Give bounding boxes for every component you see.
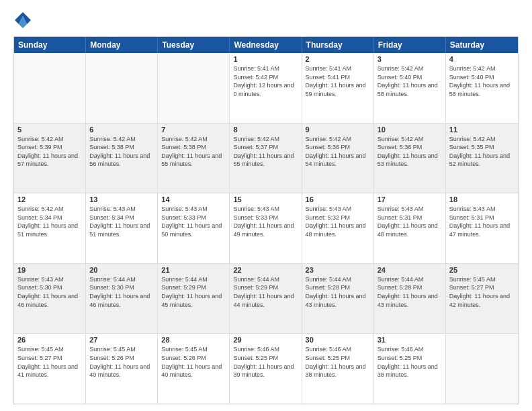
day-info: Sunrise: 5:43 AM Sunset: 5:32 PM Dayligh… — [306, 205, 370, 238]
day-cell: 9Sunrise: 5:42 AM Sunset: 5:36 PM Daylig… — [302, 124, 374, 193]
day-info: Sunrise: 5:43 AM Sunset: 5:31 PM Dayligh… — [378, 205, 442, 238]
day-info: Sunrise: 5:44 AM Sunset: 5:29 PM Dayligh… — [233, 275, 298, 309]
day-number: 10 — [378, 126, 442, 134]
day-number: 22 — [233, 266, 298, 274]
day-cell: 1Sunrise: 5:41 AM Sunset: 5:42 PM Daylig… — [230, 53, 302, 123]
day-number: 29 — [233, 336, 298, 344]
day-cell: 2Sunrise: 5:41 AM Sunset: 5:41 PM Daylig… — [302, 53, 374, 123]
day-number: 28 — [161, 336, 226, 344]
day-cell — [14, 53, 86, 123]
day-number: 31 — [378, 336, 442, 344]
day-number: 9 — [306, 126, 370, 134]
day-info: Sunrise: 5:42 AM Sunset: 5:37 PM Dayligh… — [233, 135, 298, 169]
day-cell: 26Sunrise: 5:45 AM Sunset: 5:27 PM Dayli… — [14, 334, 86, 404]
day-info: Sunrise: 5:43 AM Sunset: 5:34 PM Dayligh… — [89, 205, 154, 238]
day-number: 26 — [17, 336, 82, 344]
day-cell: 16Sunrise: 5:43 AM Sunset: 5:32 PM Dayli… — [302, 193, 374, 263]
day-cell: 24Sunrise: 5:44 AM Sunset: 5:28 PM Dayli… — [374, 264, 446, 334]
day-number: 12 — [17, 195, 82, 203]
day-cell: 8Sunrise: 5:42 AM Sunset: 5:37 PM Daylig… — [230, 124, 302, 193]
day-number: 7 — [161, 126, 226, 134]
day-info: Sunrise: 5:43 AM Sunset: 5:33 PM Dayligh… — [161, 205, 226, 238]
day-number: 14 — [161, 195, 226, 203]
day-header-wednesday: Wednesday — [230, 37, 302, 53]
day-info: Sunrise: 5:42 AM Sunset: 5:38 PM Dayligh… — [89, 135, 154, 169]
day-info: Sunrise: 5:41 AM Sunset: 5:41 PM Dayligh… — [306, 64, 370, 98]
day-info: Sunrise: 5:42 AM Sunset: 5:39 PM Dayligh… — [17, 135, 82, 169]
day-info: Sunrise: 5:44 AM Sunset: 5:28 PM Dayligh… — [378, 275, 442, 309]
day-info: Sunrise: 5:42 AM Sunset: 5:35 PM Dayligh… — [449, 135, 515, 169]
day-header-saturday: Saturday — [446, 37, 518, 53]
day-info: Sunrise: 5:41 AM Sunset: 5:42 PM Dayligh… — [233, 64, 298, 98]
logo — [13, 11, 35, 30]
day-cell: 15Sunrise: 5:43 AM Sunset: 5:33 PM Dayli… — [230, 193, 302, 263]
day-info: Sunrise: 5:43 AM Sunset: 5:31 PM Dayligh… — [449, 205, 515, 238]
day-info: Sunrise: 5:46 AM Sunset: 5:25 PM Dayligh… — [378, 345, 442, 379]
day-cell: 3Sunrise: 5:42 AM Sunset: 5:40 PM Daylig… — [374, 53, 446, 123]
day-number: 24 — [378, 266, 442, 274]
day-info: Sunrise: 5:44 AM Sunset: 5:29 PM Dayligh… — [161, 275, 226, 309]
week-row-2: 12Sunrise: 5:42 AM Sunset: 5:34 PM Dayli… — [14, 193, 518, 264]
day-info: Sunrise: 5:46 AM Sunset: 5:25 PM Dayligh… — [306, 345, 370, 379]
day-number: 6 — [89, 126, 154, 134]
day-number: 19 — [17, 266, 82, 274]
week-row-0: 1Sunrise: 5:41 AM Sunset: 5:42 PM Daylig… — [14, 53, 518, 124]
day-cell: 4Sunrise: 5:42 AM Sunset: 5:40 PM Daylig… — [446, 53, 518, 123]
day-cell: 12Sunrise: 5:42 AM Sunset: 5:34 PM Dayli… — [14, 193, 86, 263]
day-number: 30 — [306, 336, 370, 344]
calendar: SundayMondayTuesdayWednesdayThursdayFrid… — [13, 36, 519, 404]
day-info: Sunrise: 5:42 AM Sunset: 5:36 PM Dayligh… — [378, 135, 442, 169]
day-cell: 29Sunrise: 5:46 AM Sunset: 5:25 PM Dayli… — [230, 334, 302, 404]
logo-icon — [13, 11, 32, 30]
day-number: 16 — [306, 195, 370, 203]
day-number: 4 — [449, 55, 515, 63]
day-cell: 13Sunrise: 5:43 AM Sunset: 5:34 PM Dayli… — [86, 193, 158, 263]
day-header-tuesday: Tuesday — [158, 37, 230, 53]
day-number: 1 — [233, 55, 298, 63]
day-cell — [86, 53, 158, 123]
day-header-thursday: Thursday — [302, 37, 374, 53]
day-info: Sunrise: 5:42 AM Sunset: 5:40 PM Dayligh… — [449, 64, 515, 98]
day-cell: 28Sunrise: 5:45 AM Sunset: 5:26 PM Dayli… — [158, 334, 230, 404]
day-cell — [446, 334, 518, 404]
day-info: Sunrise: 5:42 AM Sunset: 5:38 PM Dayligh… — [161, 135, 226, 169]
day-cell: 21Sunrise: 5:44 AM Sunset: 5:29 PM Dayli… — [158, 264, 230, 334]
day-header-monday: Monday — [86, 37, 158, 53]
day-info: Sunrise: 5:42 AM Sunset: 5:36 PM Dayligh… — [306, 135, 370, 169]
day-number: 21 — [161, 266, 226, 274]
day-info: Sunrise: 5:45 AM Sunset: 5:26 PM Dayligh… — [161, 345, 226, 379]
day-cell: 7Sunrise: 5:42 AM Sunset: 5:38 PM Daylig… — [158, 124, 230, 193]
page: SundayMondayTuesdayWednesdayThursdayFrid… — [0, 0, 532, 411]
day-cell: 22Sunrise: 5:44 AM Sunset: 5:29 PM Dayli… — [230, 264, 302, 334]
week-row-4: 26Sunrise: 5:45 AM Sunset: 5:27 PM Dayli… — [14, 334, 518, 404]
day-number: 5 — [17, 126, 82, 134]
day-cell: 20Sunrise: 5:44 AM Sunset: 5:30 PM Dayli… — [86, 264, 158, 334]
day-info: Sunrise: 5:45 AM Sunset: 5:27 PM Dayligh… — [17, 345, 82, 379]
day-header-friday: Friday — [374, 37, 446, 53]
day-number: 13 — [89, 195, 154, 203]
header — [13, 11, 519, 30]
calendar-body: 1Sunrise: 5:41 AM Sunset: 5:42 PM Daylig… — [14, 53, 518, 404]
day-info: Sunrise: 5:44 AM Sunset: 5:30 PM Dayligh… — [89, 275, 154, 309]
day-number: 3 — [378, 55, 442, 63]
day-cell: 27Sunrise: 5:45 AM Sunset: 5:26 PM Dayli… — [86, 334, 158, 404]
day-info: Sunrise: 5:43 AM Sunset: 5:33 PM Dayligh… — [233, 205, 298, 238]
day-cell: 11Sunrise: 5:42 AM Sunset: 5:35 PM Dayli… — [446, 124, 518, 193]
day-cell: 31Sunrise: 5:46 AM Sunset: 5:25 PM Dayli… — [374, 334, 446, 404]
day-number: 17 — [378, 195, 442, 203]
day-number: 18 — [449, 195, 515, 203]
day-number: 25 — [449, 266, 515, 274]
day-headers: SundayMondayTuesdayWednesdayThursdayFrid… — [14, 37, 518, 53]
day-info: Sunrise: 5:44 AM Sunset: 5:28 PM Dayligh… — [306, 275, 370, 309]
day-number: 11 — [449, 126, 515, 134]
day-cell: 25Sunrise: 5:45 AM Sunset: 5:27 PM Dayli… — [446, 264, 518, 334]
day-info: Sunrise: 5:45 AM Sunset: 5:26 PM Dayligh… — [89, 345, 154, 379]
day-cell: 23Sunrise: 5:44 AM Sunset: 5:28 PM Dayli… — [302, 264, 374, 334]
day-info: Sunrise: 5:42 AM Sunset: 5:34 PM Dayligh… — [17, 205, 82, 238]
day-cell — [158, 53, 230, 123]
day-cell: 5Sunrise: 5:42 AM Sunset: 5:39 PM Daylig… — [14, 124, 86, 193]
week-row-1: 5Sunrise: 5:42 AM Sunset: 5:39 PM Daylig… — [14, 124, 518, 194]
day-number: 27 — [89, 336, 154, 344]
day-number: 20 — [89, 266, 154, 274]
week-row-3: 19Sunrise: 5:43 AM Sunset: 5:30 PM Dayli… — [14, 264, 518, 334]
